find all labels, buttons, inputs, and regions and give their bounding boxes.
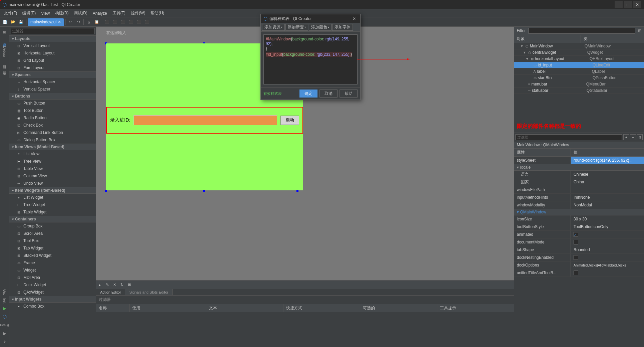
- menu-debug[interactable]: 调试(D): [71, 9, 90, 17]
- open-btn[interactable]: 📂: [9, 18, 17, 26]
- widget-form-layout[interactable]: ⊡ Fom Layout: [9, 64, 96, 71]
- break-btn[interactable]: ⬛: [144, 18, 151, 26]
- animated-checkbox[interactable]: [574, 232, 578, 237]
- prop-toolbuttonstyle[interactable]: toolButtonStyle ToolButtonIconOnly: [514, 223, 644, 231]
- prop-unifiedtitle[interactable]: unifiedTitleAndToolB...: [514, 269, 644, 277]
- locate-btn[interactable]: ⌖: [1, 338, 9, 346]
- prop-stylesheet-value[interactable]: round-color: rgb(149, 255, 92);} ...: [571, 157, 644, 164]
- save-btn[interactable]: 💾: [17, 18, 25, 26]
- inspector-sort-btn[interactable]: ⊞: [638, 28, 641, 33]
- menu-analyze[interactable]: Analyze: [90, 9, 110, 17]
- menu-help[interactable]: 帮助(H): [148, 9, 167, 17]
- prop-windowfilepath[interactable]: windowFilePath: [514, 186, 644, 194]
- filter-input[interactable]: [11, 28, 94, 34]
- tree-menubar[interactable]: ≡ menubar QMenuBar: [514, 81, 644, 88]
- widget-list-view[interactable]: ≡ List View: [9, 150, 96, 158]
- menu-tools[interactable]: 工具(T): [110, 9, 128, 17]
- widget-tool-button[interactable]: ▤ Tool Button: [9, 107, 96, 114]
- category-containers[interactable]: Containers: [9, 216, 96, 222]
- prop-country[interactable]: 国家 China: [514, 178, 644, 186]
- undo-btn[interactable]: ↩: [67, 18, 74, 26]
- prop-tabshape[interactable]: tabShape Rounded: [514, 246, 644, 254]
- add-new-btn[interactable]: 添加新变 ▾: [285, 24, 308, 31]
- align-center-btn[interactable]: ⬛: [112, 18, 119, 26]
- menu-build[interactable]: 构建(B): [52, 9, 71, 17]
- widget-grid-layout[interactable]: ⊞ Grid Layout: [9, 57, 96, 64]
- prop-windowmodality[interactable]: windowModality NonModal: [514, 201, 644, 209]
- prop-stylesheet[interactable]: styleSheet round-color: rgb(149, 255, 92…: [514, 157, 644, 164]
- widget-frame[interactable]: ▭ Frame: [9, 259, 96, 267]
- tree-label[interactable]: A label QLabel: [514, 68, 644, 75]
- menu-widgets[interactable]: 控件(W): [128, 9, 148, 17]
- modal-ok-button[interactable]: 确定: [299, 90, 317, 98]
- expand-centralwidget[interactable]: ▾: [522, 50, 527, 55]
- widget-dialog-button-box[interactable]: ▭ Dialog Button Box: [9, 136, 96, 144]
- close-button[interactable]: ✕: [633, 1, 641, 8]
- prop-language[interactable]: 语言 Chinese: [514, 171, 644, 178]
- canvas-input[interactable]: [134, 115, 277, 125]
- debug-label[interactable]: Debug: [2, 45, 7, 58]
- props-minus-btn[interactable]: −: [630, 134, 636, 140]
- props-settings-btn[interactable]: ⚙: [637, 134, 643, 140]
- help-label[interactable]: 帮助: [1, 67, 8, 69]
- expand-mainwindow[interactable]: ▾: [519, 44, 524, 48]
- start-button[interactable]: 启动: [280, 116, 299, 125]
- category-input-widgets[interactable]: Input Widgets: [9, 296, 96, 303]
- menu-edit[interactable]: 编辑(E): [20, 9, 38, 17]
- widget-stacked-widget[interactable]: ⊞ Stacked Widget: [9, 252, 96, 259]
- prop-documentmode[interactable]: documentMode: [514, 238, 644, 246]
- welcome-btn[interactable]: ⊞: [1, 28, 9, 36]
- tab-action-editor[interactable]: Action Editor: [96, 289, 125, 295]
- prop-locale-category[interactable]: locale: [514, 164, 644, 171]
- category-item-widgets[interactable]: Item Widgets (Item-Based): [9, 187, 96, 194]
- tree-centralwidget[interactable]: ▾ ⬡ centralwidget QWidget: [514, 49, 644, 56]
- action-refresh-btn[interactable]: ↻: [118, 281, 126, 289]
- widget-widget[interactable]: ▭ Widget: [9, 267, 96, 274]
- docknesting-checkbox[interactable]: [574, 255, 578, 260]
- widget-group-box[interactable]: ▭ Group Box: [9, 222, 96, 230]
- category-spacers[interactable]: Spacers: [9, 71, 96, 78]
- widget-radio-button[interactable]: ◉ Radio Button: [9, 114, 96, 122]
- widget-combo-box[interactable]: ▾ Combo Box: [9, 303, 96, 310]
- category-item-views[interactable]: Item Views (Model-Based): [9, 144, 96, 150]
- widget-mdi-area[interactable]: ⊡ MDI Area: [9, 274, 96, 281]
- widget-table-view[interactable]: ⊞ Table View: [9, 165, 96, 172]
- unifiedtitle-checkbox[interactable]: [574, 271, 578, 275]
- prop-animated[interactable]: animated: [514, 231, 644, 238]
- modal-help-button[interactable]: 帮助: [340, 90, 358, 98]
- category-layouts[interactable]: Layouts: [9, 35, 96, 42]
- maximize-button[interactable]: □: [624, 1, 632, 8]
- expand-hlayout[interactable]: ▾: [525, 56, 529, 61]
- menu-view[interactable]: View: [38, 9, 52, 17]
- projects-label[interactable]: 项目: [1, 61, 8, 64]
- stylesheet-editor[interactable]: #MainWindow{background-color: rgb(149, 2…: [263, 34, 358, 84]
- widget-tab-widget[interactable]: ⊠ Tab Widget: [9, 244, 96, 252]
- new-btn[interactable]: 📄: [1, 18, 9, 26]
- action-delete-btn[interactable]: ✕: [111, 281, 118, 289]
- widget-qaxwidget[interactable]: ⊡ QAxWidget: [9, 289, 96, 296]
- widget-check-box[interactable]: ☑ Check Box: [9, 122, 96, 129]
- widget-undo-view[interactable]: ↩ Undo View: [9, 180, 96, 187]
- add-color-btn[interactable]: 添加颜色 ▾: [309, 24, 332, 31]
- paste-btn[interactable]: 📋: [93, 18, 100, 26]
- minimize-button[interactable]: ─: [615, 1, 623, 8]
- tree-id-input[interactable]: ▭ id_input QLineEdit: [514, 62, 644, 68]
- action-add-btn[interactable]: ⊞: [126, 281, 133, 289]
- widget-scroll-area[interactable]: ⊡ Scroll Area: [9, 230, 96, 237]
- widget-command-link[interactable]: ▷ Command Link Button: [9, 129, 96, 136]
- widget-column-view[interactable]: ⊟ Column View: [9, 172, 96, 180]
- widget-tree-view[interactable]: ⊢ Tree View: [9, 158, 96, 165]
- tab-signals-slots[interactable]: Signals and Slots Editor: [125, 289, 173, 295]
- category-buttons[interactable]: Buttons: [9, 93, 96, 100]
- align-right-btn[interactable]: ⬛: [120, 18, 127, 26]
- prop-dockoptions[interactable]: dockOptions AnimatedDocks|AllowTabbedDoc…: [514, 262, 644, 269]
- build-btn[interactable]: ▶: [1, 329, 9, 337]
- file-tab-close[interactable]: ✕: [58, 20, 61, 24]
- modal-close-button[interactable]: ✕: [351, 15, 358, 22]
- debug-run-btn[interactable]: ⬡: [1, 313, 9, 321]
- documentmode-checkbox[interactable]: [574, 240, 578, 244]
- align-left-btn[interactable]: ⬛: [103, 18, 111, 26]
- layout-btn[interactable]: ⬛: [136, 18, 143, 26]
- menu-file[interactable]: 文件(F): [1, 9, 20, 17]
- widget-v-spacer[interactable]: ↕ Vertical Spacer: [9, 85, 96, 93]
